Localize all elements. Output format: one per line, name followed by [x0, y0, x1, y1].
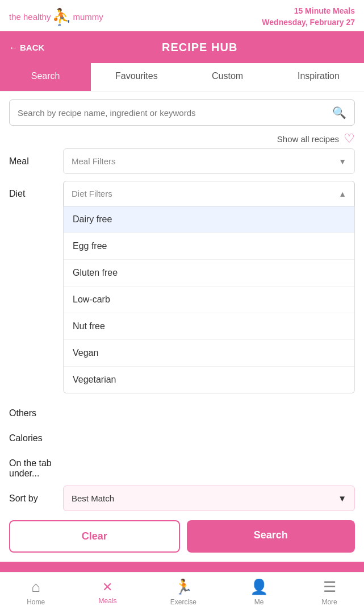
nav-item-exercise[interactable]: 🏃 Exercise	[170, 578, 196, 606]
logo-text-left: the healthy	[9, 12, 51, 22]
exercise-icon: 🏃	[174, 578, 193, 596]
diet-option-gluten-free[interactable]: Gluten free	[64, 260, 354, 287]
nav-item-home-label: Home	[27, 598, 45, 606]
search-input[interactable]	[18, 108, 332, 118]
sort-dropdown[interactable]: Best Match ▼	[63, 486, 355, 511]
diet-dropdown-list: Dairy free Egg free Gluten free Low-carb…	[63, 206, 355, 393]
nav-item-meals-label: Meals	[98, 597, 116, 605]
top-right-line2: Wednesday, February 27	[262, 17, 355, 28]
show-all-label: Show all recipes	[277, 134, 339, 144]
nav-item-me-label: Me	[254, 598, 264, 606]
diet-control: Diet Filters ▲ Dairy free Egg free Glute…	[63, 181, 355, 393]
filters-area: Meal Meal Filters ▼ Diet Diet Filters ▲ …	[0, 148, 364, 511]
tab-search[interactable]: Search	[0, 63, 91, 91]
diet-option-nut-free[interactable]: Nut free	[64, 313, 354, 340]
meal-chevron-down-icon: ▼	[338, 157, 346, 166]
tab-favourites[interactable]: Favourites	[91, 63, 182, 91]
nav-title: RECIPE HUB	[44, 41, 355, 54]
sort-value: Best Match	[72, 493, 114, 503]
action-buttons: Clear Search	[0, 520, 364, 562]
tab-custom[interactable]: Custom	[182, 63, 273, 91]
top-bar: the healthy ⛹ mummy 15 Minute Meals Wedn…	[0, 0, 364, 31]
diet-chevron-up-icon: ▲	[338, 189, 346, 198]
nav-item-exercise-label: Exercise	[170, 598, 196, 606]
nav-item-more-label: More	[321, 598, 337, 606]
logo: the healthy ⛹ mummy	[9, 7, 103, 26]
meals-icon: ✕	[102, 580, 112, 595]
diet-option-dairy-free[interactable]: Dairy free	[64, 206, 354, 233]
nav-item-home[interactable]: ⌂ Home	[27, 578, 45, 606]
top-right-info: 15 Minute Meals Wednesday, February 27	[262, 6, 355, 28]
nav-bar: ← BACK RECIPE HUB	[0, 31, 364, 63]
meal-dropdown[interactable]: Meal Filters ▼	[63, 148, 355, 174]
tab-inspiration[interactable]: Inspiration	[273, 63, 364, 91]
sort-chevron-down-icon: ▼	[338, 493, 346, 503]
search-button[interactable]: Search	[187, 520, 355, 553]
back-arrow-icon: ←	[9, 43, 18, 52]
meal-placeholder: Meal Filters	[72, 156, 116, 166]
logo-text-right: mummy	[73, 12, 103, 22]
clear-button[interactable]: Clear	[9, 520, 180, 553]
calories-label: Calories	[9, 425, 63, 443]
diet-label: Diet	[9, 181, 63, 199]
diet-option-low-carb[interactable]: Low-carb	[64, 287, 354, 313]
back-label: BACK	[20, 43, 44, 52]
show-all-row[interactable]: Show all recipes ♡	[0, 126, 364, 148]
back-button[interactable]: ← BACK	[9, 43, 44, 52]
home-icon: ⌂	[31, 578, 40, 596]
more-icon: ☰	[323, 578, 336, 596]
diet-filter-row: Diet Diet Filters ▲ Dairy free Egg free …	[9, 181, 355, 393]
nav-item-more[interactable]: ☰ More	[321, 578, 337, 606]
nav-item-meals[interactable]: ✕ Meals	[98, 580, 116, 605]
search-input-wrap[interactable]: 🔍	[9, 99, 355, 126]
bottom-nav: ⌂ Home ✕ Meals 🏃 Exercise 👤 Me ☰ More	[0, 572, 364, 614]
others-filter-row: Others	[9, 400, 355, 418]
diet-option-egg-free[interactable]: Egg free	[64, 233, 354, 260]
search-area: 🔍	[0, 92, 364, 126]
onthetab-label: On the tab under...	[9, 450, 63, 479]
calories-filter-row: Calories	[9, 425, 355, 443]
diet-option-vegan[interactable]: Vegan	[64, 340, 354, 367]
sort-row: Sort by Best Match ▼	[9, 486, 355, 511]
others-label: Others	[9, 400, 63, 418]
logo-figure-icon: ⛹	[52, 7, 72, 26]
diet-option-vegetarian[interactable]: Vegetarian	[64, 367, 354, 393]
top-right-line1: 15 Minute Meals	[262, 6, 355, 17]
meal-filter-row: Meal Meal Filters ▼	[9, 148, 355, 174]
me-icon: 👤	[250, 578, 268, 596]
diet-dropdown[interactable]: Diet Filters ▲	[63, 181, 355, 206]
tabs-bar: Search Favourites Custom Inspiration	[0, 63, 364, 92]
meal-label: Meal	[9, 148, 63, 167]
onthetab-filter-row: On the tab under...	[9, 450, 355, 479]
heart-icon: ♡	[344, 131, 355, 146]
sort-label: Sort by	[9, 493, 63, 504]
search-icon: 🔍	[332, 106, 346, 119]
diet-placeholder: Diet Filters	[72, 189, 112, 198]
meal-control: Meal Filters ▼	[63, 148, 355, 174]
nav-item-me[interactable]: 👤 Me	[250, 578, 268, 606]
